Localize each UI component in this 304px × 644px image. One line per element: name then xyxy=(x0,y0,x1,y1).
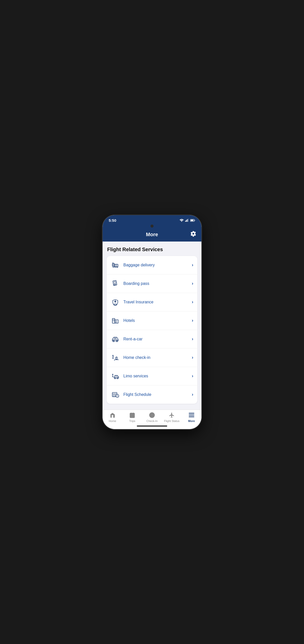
flight-services-title: Flight Related Services xyxy=(107,247,197,252)
svg-rect-23 xyxy=(115,300,116,302)
svg-rect-7 xyxy=(191,219,194,221)
rent-a-car-label: Rent-a-car xyxy=(123,337,192,341)
status-icons xyxy=(180,219,195,222)
flight-schedule-item[interactable]: Flight Schedule › xyxy=(107,385,197,404)
svg-point-40 xyxy=(112,355,113,356)
flight-schedule-label: Flight Schedule xyxy=(123,392,192,397)
svg-rect-33 xyxy=(115,322,116,323)
status-time: 5:50 xyxy=(109,218,116,223)
limo-services-chevron: › xyxy=(192,373,193,379)
limo-services-label: Limo services xyxy=(123,374,192,378)
svg-point-0 xyxy=(181,221,182,222)
bottom-nav: Home Trips xyxy=(103,410,201,424)
svg-rect-39 xyxy=(115,338,116,339)
settings-button[interactable] xyxy=(190,231,196,238)
svg-rect-25 xyxy=(112,318,115,323)
check-in-nav-label: Check-In xyxy=(146,419,158,422)
svg-line-20 xyxy=(113,284,116,284)
baggage-delivery-label: Baggage delivery xyxy=(123,263,192,267)
svg-rect-2 xyxy=(186,220,187,222)
more-nav-icon xyxy=(188,412,195,418)
flight-services-card: Baggage delivery › Boarding pass › xyxy=(107,256,197,404)
svg-rect-11 xyxy=(115,264,118,267)
svg-rect-8 xyxy=(112,263,114,266)
home-check-in-icon xyxy=(111,353,120,362)
svg-point-15 xyxy=(117,267,118,267)
svg-line-53 xyxy=(113,376,113,377)
svg-rect-69 xyxy=(130,413,135,418)
trips-nav-icon xyxy=(129,412,136,418)
nav-flight-status[interactable]: Flight Status xyxy=(162,412,182,422)
phone-screen: 5:50 xyxy=(103,215,201,429)
app-header: More xyxy=(103,229,201,242)
svg-rect-26 xyxy=(115,320,118,323)
limo-services-icon xyxy=(111,372,120,381)
home-check-in-chevron: › xyxy=(192,355,193,360)
svg-rect-31 xyxy=(115,321,116,321)
boarding-pass-icon xyxy=(111,279,120,288)
flight-schedule-chevron: › xyxy=(192,392,193,397)
svg-rect-6 xyxy=(195,220,195,221)
more-nav-label: More xyxy=(188,419,195,422)
svg-point-50 xyxy=(112,374,113,375)
svg-rect-28 xyxy=(114,319,115,320)
baggage-delivery-chevron: › xyxy=(192,262,193,268)
camera-area xyxy=(103,225,201,229)
flight-status-nav-label: Flight Status xyxy=(164,419,179,422)
home-indicator xyxy=(103,424,201,429)
nav-check-in[interactable]: Check-In xyxy=(142,412,162,422)
svg-rect-47 xyxy=(116,357,117,357)
header-title: More xyxy=(146,232,158,237)
svg-rect-4 xyxy=(188,219,189,222)
phone-frame: 5:50 xyxy=(103,215,201,429)
rent-a-car-item[interactable]: Rent-a-car › xyxy=(107,330,197,348)
status-bar: 5:50 xyxy=(103,215,201,225)
nav-more[interactable]: More xyxy=(182,412,201,422)
home-check-in-label: Home check-in xyxy=(123,355,192,360)
hotels-icon xyxy=(111,316,120,325)
check-in-nav-icon xyxy=(149,412,155,418)
svg-line-44 xyxy=(113,358,114,359)
trips-nav-label: Trips xyxy=(129,419,135,422)
travel-insurance-item[interactable]: Travel Insurance › xyxy=(107,293,197,311)
flight-schedule-icon xyxy=(111,390,120,399)
svg-point-14 xyxy=(113,267,113,267)
nav-trips[interactable]: Trips xyxy=(122,412,142,422)
limo-services-item[interactable]: Limo services › xyxy=(107,367,197,385)
boarding-pass-chevron: › xyxy=(192,281,193,286)
travel-insurance-label: Travel Insurance xyxy=(123,300,192,304)
baggage-delivery-icon xyxy=(111,261,120,270)
travel-insurance-chevron: › xyxy=(192,299,193,305)
svg-rect-45 xyxy=(116,357,118,359)
home-nav-label: Home xyxy=(109,419,116,422)
home-check-in-item[interactable]: Home check-in › xyxy=(107,348,197,367)
battery-icon xyxy=(190,219,195,222)
travel-insurance-icon xyxy=(111,298,120,307)
hotels-chevron: › xyxy=(192,318,193,323)
hotels-item[interactable]: Hotels › xyxy=(107,311,197,330)
wifi-icon xyxy=(180,219,184,222)
svg-rect-30 xyxy=(114,321,115,321)
flight-status-nav-icon xyxy=(168,412,175,418)
svg-rect-3 xyxy=(187,219,188,222)
svg-point-55 xyxy=(117,377,118,379)
svg-rect-34 xyxy=(116,322,117,323)
svg-rect-1 xyxy=(185,221,186,222)
main-content: Flight Related Services xyxy=(103,242,201,410)
camera-dot xyxy=(150,225,154,228)
svg-rect-27 xyxy=(113,319,113,320)
hotels-label: Hotels xyxy=(123,318,192,323)
baggage-delivery-item[interactable]: Baggage delivery › xyxy=(107,256,197,274)
nav-home[interactable]: Home xyxy=(103,412,122,422)
home-nav-icon xyxy=(109,412,116,418)
boarding-pass-item[interactable]: Boarding pass › xyxy=(107,274,197,293)
boarding-pass-label: Boarding pass xyxy=(123,281,192,286)
svg-point-54 xyxy=(115,377,116,379)
signal-icon xyxy=(185,219,189,222)
svg-rect-19 xyxy=(114,281,116,284)
rent-a-car-icon xyxy=(111,335,120,344)
svg-rect-29 xyxy=(113,321,113,321)
rent-a-car-chevron: › xyxy=(192,336,193,342)
svg-rect-32 xyxy=(116,321,117,321)
